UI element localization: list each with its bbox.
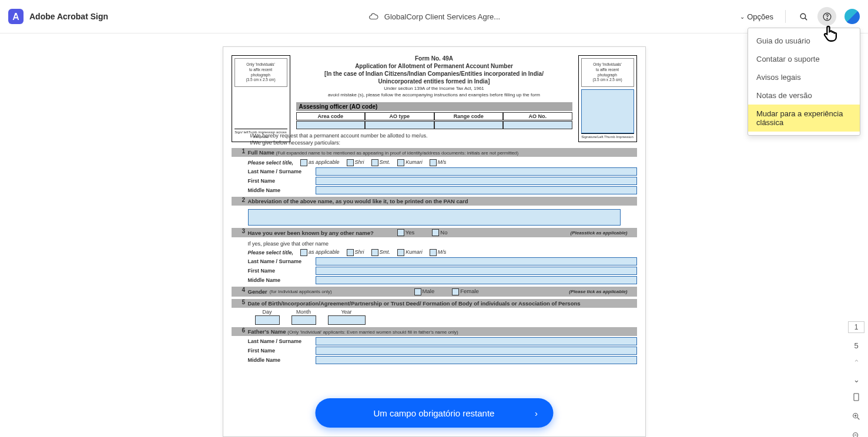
title-applicable-checkbox[interactable] [300,159,307,166]
svg-line-1 [805,18,807,20]
other-first-name-input[interactable] [316,267,637,275]
title-smt-checkbox[interactable] [371,159,378,166]
form-title-3: [In the case of Indian Citizens/Indian C… [296,70,572,77]
search-button[interactable] [794,7,813,26]
other-title-ms-checkbox[interactable] [430,249,437,256]
photo-box-right: Only 'Individuals' to affix recent photo… [578,55,637,142]
form-title-2: Application for Allotment of Permanent A… [296,63,572,69]
app-name: Adobe Acrobat Sign [29,12,108,21]
form-title-4: Unincorporated entities formed in India] [296,78,572,85]
menu-item-release-notes[interactable]: Notas de versão [748,86,860,105]
user-avatar[interactable] [844,9,860,24]
other-name-no-checkbox[interactable] [432,229,439,236]
father-middle-name-input[interactable] [316,356,637,364]
dob-month-input[interactable] [291,315,316,325]
other-last-name-input[interactable] [316,257,637,265]
signature-field[interactable] [581,89,634,133]
title-kumari-checkbox[interactable] [397,159,404,166]
other-title-applicable-checkbox[interactable] [300,249,307,256]
app-logo [8,9,24,24]
other-middle-name-input[interactable] [316,276,637,284]
menu-item-user-guide[interactable]: Guia do usuário [748,32,860,50]
title-shri-checkbox[interactable] [347,159,354,166]
svg-line-6 [857,418,859,419]
chevron-right-icon: › [535,408,538,418]
search-icon [799,12,809,22]
gender-male-checkbox[interactable] [414,288,421,295]
options-button[interactable]: ⌄ Opções [736,10,777,23]
fit-page-button[interactable] [852,392,861,404]
help-menu: Guia do usuário Contatar o suporte Aviso… [748,28,860,136]
zoom-out-button[interactable] [852,431,861,437]
ao-header: Assessing officer (AO code) [296,102,572,111]
form-title-6: avoid mistake (s), please follow the acc… [296,92,572,98]
gender-female-checkbox[interactable] [452,288,459,295]
menu-item-classic-experience[interactable]: Mudar para a experiência clássica [748,105,860,132]
zoom-in-button[interactable] [852,412,861,423]
abbreviation-input[interactable] [248,209,621,226]
chevron-down-icon: ⌄ [740,14,745,20]
first-name-input[interactable] [316,177,637,185]
document-page: Only 'Individuals' to affix recent photo… [223,46,646,437]
other-name-yes-checkbox[interactable] [397,229,404,236]
help-icon [822,12,832,22]
separator [785,10,786,23]
other-title-smt-checkbox[interactable] [371,249,378,256]
document-title-area: GlobalCorp Client Services Agre... [368,11,500,22]
other-title-kumari-checkbox[interactable] [397,249,404,256]
page-tools: 1 5 ⌃ ⌄ [844,321,868,437]
middle-name-input[interactable] [316,186,637,194]
total-pages: 5 [854,341,858,350]
dob-year-input[interactable] [328,315,366,325]
father-first-name-input[interactable] [316,347,637,355]
page-up-button[interactable]: ⌃ [853,358,860,367]
form-title-5: Under section 139A of the Income Tax Act… [296,86,572,91]
father-last-name-input[interactable] [316,337,637,345]
document-viewer: Only 'Individuals' to affix recent photo… [0,33,868,437]
svg-point-0 [800,14,806,19]
photo-box-left: Only 'Individuals' to affix recent photo… [232,55,290,142]
menu-item-contact-support[interactable]: Contatar o suporte [748,50,860,68]
ao-range-code-input[interactable] [434,121,504,129]
form-title-1: Form No. 49A [296,55,572,62]
help-button[interactable] [817,7,836,26]
dob-day-input[interactable] [255,315,280,325]
required-field-button[interactable]: Um campo obrigatório restante › [315,398,553,428]
menu-item-legal[interactable]: Avisos legais [748,68,860,86]
other-title-shri-checkbox[interactable] [347,249,354,256]
page-down-button[interactable]: ⌄ [853,375,860,384]
ao-area-code-input[interactable] [296,121,366,129]
svg-rect-4 [854,394,859,401]
svg-point-3 [826,18,827,19]
cloud-icon [368,11,378,22]
last-name-input[interactable] [316,167,637,176]
document-title: GlobalCorp Client Services Agre... [384,12,500,21]
ao-no-input[interactable] [503,121,572,129]
app-header: Adobe Acrobat Sign GlobalCorp Client Ser… [0,0,868,33]
title-ms-checkbox[interactable] [430,159,437,166]
current-page-indicator[interactable]: 1 [848,321,865,333]
ao-type-input[interactable] [365,121,434,129]
